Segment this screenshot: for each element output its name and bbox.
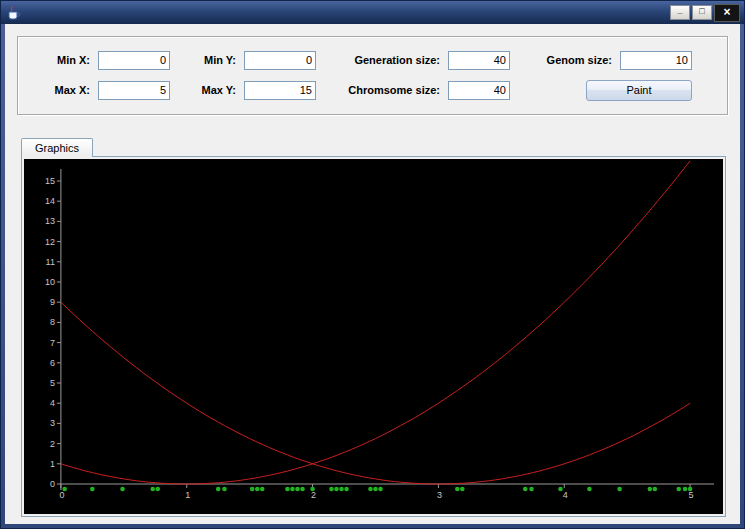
form-row-1: Min X: Min Y: Generation size: Genom siz… [34, 50, 711, 70]
chromsome-size-label: Chromsome size: [340, 84, 440, 96]
client-area: Min X: Min Y: Generation size: Genom siz… [5, 24, 740, 524]
svg-text:12: 12 [45, 237, 55, 247]
svg-text:1: 1 [185, 490, 190, 500]
svg-text:5: 5 [689, 490, 694, 500]
window-controls: _ □ × [670, 4, 740, 22]
max-x-label: Max X: [34, 84, 90, 96]
min-x-input[interactable] [98, 51, 170, 70]
genom-size-input[interactable] [620, 51, 692, 70]
svg-text:1: 1 [50, 459, 55, 469]
svg-text:4: 4 [50, 398, 55, 408]
min-y-input[interactable] [244, 51, 316, 70]
svg-text:10: 10 [45, 277, 55, 287]
svg-text:4: 4 [563, 490, 568, 500]
settings-panel: Min X: Min Y: Generation size: Genom siz… [17, 36, 728, 115]
svg-text:9: 9 [50, 297, 55, 307]
min-x-label: Min X: [34, 54, 90, 66]
max-y-label: Max Y: [186, 84, 236, 96]
max-y-input[interactable] [244, 81, 316, 100]
genom-size-label: Genom size: [532, 54, 612, 66]
svg-text:8: 8 [50, 317, 55, 327]
plot-area: 0123456789101112131415012345 [24, 159, 723, 514]
java-icon [6, 5, 22, 21]
svg-text:7: 7 [50, 338, 55, 348]
form-row-2: Max X: Max Y: Chromsome size: Paint [34, 80, 711, 100]
generation-size-label: Generation size: [340, 54, 440, 66]
svg-text:2: 2 [311, 490, 316, 500]
svg-text:3: 3 [50, 418, 55, 428]
svg-text:14: 14 [45, 196, 55, 206]
paint-button[interactable]: Paint [586, 80, 692, 101]
svg-text:0: 0 [59, 490, 64, 500]
graphics-tabbed-pane: Graphics 0123456789101112131415012345 [21, 137, 726, 517]
minimize-button[interactable]: _ [670, 5, 690, 20]
svg-text:2: 2 [50, 439, 55, 449]
svg-text:3: 3 [437, 490, 442, 500]
svg-text:5: 5 [50, 378, 55, 388]
tab-label: Graphics [35, 142, 79, 154]
chromsome-size-input[interactable] [448, 81, 510, 100]
svg-text:11: 11 [46, 257, 55, 267]
min-y-label: Min Y: [186, 54, 236, 66]
generation-size-input[interactable] [448, 51, 510, 70]
svg-text:6: 6 [50, 358, 55, 368]
close-button[interactable]: × [714, 4, 740, 22]
svg-text:0: 0 [50, 479, 55, 489]
maximize-button[interactable]: □ [692, 5, 712, 20]
title-bar[interactable]: _ □ × [1, 1, 744, 24]
plot-canvas: 0123456789101112131415012345 [24, 159, 723, 514]
svg-text:15: 15 [45, 176, 55, 186]
svg-text:13: 13 [45, 216, 55, 226]
tab-graphics[interactable]: Graphics [21, 138, 93, 157]
tab-content: 0123456789101112131415012345 [21, 156, 726, 517]
app-window: _ □ × Min X: Min Y: Generation size: Gen… [0, 0, 745, 529]
max-x-input[interactable] [98, 81, 170, 100]
